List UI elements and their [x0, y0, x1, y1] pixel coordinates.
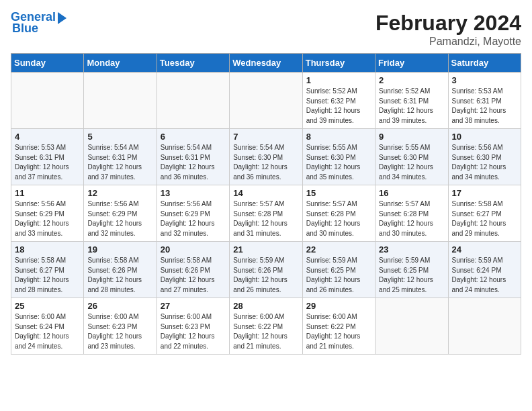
calendar-day-cell: 21Sunrise: 5:59 AM Sunset: 6:26 PM Dayli…: [230, 242, 302, 298]
calendar-week-row: 25Sunrise: 6:00 AM Sunset: 6:24 PM Dayli…: [11, 298, 521, 355]
calendar-header-row: SundayMondayTuesdayWednesdayThursdayFrid…: [11, 54, 521, 73]
calendar-day-cell: 24Sunrise: 5:59 AM Sunset: 6:24 PM Dayli…: [448, 242, 521, 298]
calendar-day-cell: 4Sunrise: 5:53 AM Sunset: 6:31 PM Daylig…: [11, 129, 84, 185]
page-header: General Blue February 2024 Pamandzi, May…: [11, 11, 521, 48]
calendar-week-row: 1Sunrise: 5:52 AM Sunset: 6:32 PM Daylig…: [11, 73, 521, 129]
day-info: Sunrise: 5:59 AM Sunset: 6:26 PM Dayligh…: [233, 256, 298, 295]
calendar-day-header: Saturday: [448, 54, 521, 73]
calendar-day-cell: 20Sunrise: 5:58 AM Sunset: 6:26 PM Dayli…: [157, 242, 229, 298]
day-info: Sunrise: 5:58 AM Sunset: 6:26 PM Dayligh…: [161, 256, 226, 295]
calendar-day-cell: 18Sunrise: 5:58 AM Sunset: 6:27 PM Dayli…: [11, 242, 84, 298]
day-number: 2: [379, 75, 444, 85]
day-info: Sunrise: 5:56 AM Sunset: 6:29 PM Dayligh…: [15, 199, 80, 238]
calendar-day-cell: 15Sunrise: 5:57 AM Sunset: 6:28 PM Dayli…: [302, 185, 375, 242]
day-number: 22: [306, 244, 371, 255]
calendar-day-cell: 7Sunrise: 5:54 AM Sunset: 6:30 PM Daylig…: [230, 129, 302, 185]
day-number: 17: [452, 188, 517, 198]
day-info: Sunrise: 5:58 AM Sunset: 6:27 PM Dayligh…: [452, 199, 517, 238]
calendar-day-cell: 3Sunrise: 5:53 AM Sunset: 6:31 PM Daylig…: [448, 73, 521, 129]
day-number: 12: [87, 188, 152, 198]
page-title: February 2024: [375, 11, 521, 36]
day-number: 3: [452, 75, 517, 85]
page-subtitle: Pamandzi, Mayotte: [375, 36, 521, 48]
day-number: 9: [379, 132, 444, 142]
day-info: Sunrise: 5:53 AM Sunset: 6:31 PM Dayligh…: [15, 143, 80, 182]
calendar-day-header: Tuesday: [157, 54, 229, 73]
day-number: 10: [452, 132, 517, 142]
day-info: Sunrise: 5:53 AM Sunset: 6:31 PM Dayligh…: [452, 87, 517, 126]
calendar-day-header: Thursday: [302, 54, 375, 73]
day-number: 26: [87, 301, 152, 311]
calendar-day-header: Friday: [375, 54, 448, 73]
day-number: 21: [233, 244, 298, 255]
calendar-day-cell: 19Sunrise: 5:58 AM Sunset: 6:26 PM Dayli…: [84, 242, 157, 298]
day-number: 18: [15, 244, 80, 255]
day-number: 28: [233, 301, 298, 311]
day-number: 29: [306, 301, 371, 311]
calendar-day-cell: 12Sunrise: 5:56 AM Sunset: 6:29 PM Dayli…: [84, 185, 157, 242]
day-info: Sunrise: 5:58 AM Sunset: 6:27 PM Dayligh…: [15, 256, 80, 295]
day-info: Sunrise: 5:55 AM Sunset: 6:30 PM Dayligh…: [379, 143, 444, 182]
day-info: Sunrise: 6:00 AM Sunset: 6:23 PM Dayligh…: [161, 312, 226, 351]
day-info: Sunrise: 6:00 AM Sunset: 6:23 PM Dayligh…: [87, 312, 152, 351]
day-number: 6: [161, 132, 226, 142]
logo: General Blue: [11, 11, 66, 36]
calendar-day-cell: 22Sunrise: 5:59 AM Sunset: 6:25 PM Dayli…: [302, 242, 375, 298]
day-number: 4: [15, 132, 80, 142]
day-info: Sunrise: 5:58 AM Sunset: 6:26 PM Dayligh…: [87, 256, 152, 295]
calendar-day-header: Sunday: [11, 54, 84, 73]
day-number: 24: [452, 244, 517, 255]
logo-arrow-icon: [58, 12, 66, 24]
day-info: Sunrise: 5:52 AM Sunset: 6:31 PM Dayligh…: [379, 87, 444, 126]
day-number: 8: [306, 132, 371, 142]
calendar-day-cell: [448, 298, 521, 355]
calendar-day-cell: 2Sunrise: 5:52 AM Sunset: 6:31 PM Daylig…: [375, 73, 448, 129]
calendar-week-row: 11Sunrise: 5:56 AM Sunset: 6:29 PM Dayli…: [11, 185, 521, 242]
calendar-day-cell: [375, 298, 448, 355]
day-info: Sunrise: 5:55 AM Sunset: 6:30 PM Dayligh…: [306, 143, 371, 182]
calendar-week-row: 4Sunrise: 5:53 AM Sunset: 6:31 PM Daylig…: [11, 129, 521, 185]
calendar-day-cell: 1Sunrise: 5:52 AM Sunset: 6:32 PM Daylig…: [302, 73, 375, 129]
day-number: 1: [306, 75, 371, 85]
calendar-day-cell: 6Sunrise: 5:54 AM Sunset: 6:31 PM Daylig…: [157, 129, 229, 185]
calendar-day-cell: 13Sunrise: 5:56 AM Sunset: 6:29 PM Dayli…: [157, 185, 229, 242]
day-number: 14: [233, 188, 298, 198]
day-info: Sunrise: 6:00 AM Sunset: 6:24 PM Dayligh…: [15, 312, 80, 351]
day-info: Sunrise: 5:59 AM Sunset: 6:25 PM Dayligh…: [379, 256, 444, 295]
calendar-day-cell: [157, 73, 229, 129]
day-number: 27: [161, 301, 226, 311]
day-info: Sunrise: 6:00 AM Sunset: 6:22 PM Dayligh…: [306, 312, 371, 351]
day-number: 13: [161, 188, 226, 198]
day-info: Sunrise: 5:59 AM Sunset: 6:25 PM Dayligh…: [306, 256, 371, 295]
calendar-day-cell: 25Sunrise: 6:00 AM Sunset: 6:24 PM Dayli…: [11, 298, 84, 355]
day-info: Sunrise: 5:56 AM Sunset: 6:30 PM Dayligh…: [452, 143, 517, 182]
calendar-day-cell: 5Sunrise: 5:54 AM Sunset: 6:31 PM Daylig…: [84, 129, 157, 185]
day-number: 11: [15, 188, 80, 198]
day-info: Sunrise: 5:56 AM Sunset: 6:29 PM Dayligh…: [161, 199, 226, 238]
calendar-day-cell: 28Sunrise: 6:00 AM Sunset: 6:22 PM Dayli…: [230, 298, 302, 355]
title-block: February 2024 Pamandzi, Mayotte: [375, 11, 521, 48]
day-info: Sunrise: 5:56 AM Sunset: 6:29 PM Dayligh…: [87, 199, 152, 238]
calendar-table: SundayMondayTuesdayWednesdayThursdayFrid…: [11, 53, 521, 355]
day-info: Sunrise: 6:00 AM Sunset: 6:22 PM Dayligh…: [233, 312, 298, 351]
day-number: 7: [233, 132, 298, 142]
day-number: 23: [379, 244, 444, 255]
calendar-day-cell: 16Sunrise: 5:57 AM Sunset: 6:28 PM Dayli…: [375, 185, 448, 242]
day-info: Sunrise: 5:59 AM Sunset: 6:24 PM Dayligh…: [452, 256, 517, 295]
calendar-day-cell: 26Sunrise: 6:00 AM Sunset: 6:23 PM Dayli…: [84, 298, 157, 355]
calendar-day-cell: [230, 73, 302, 129]
day-info: Sunrise: 5:52 AM Sunset: 6:32 PM Dayligh…: [306, 87, 371, 126]
day-number: 20: [161, 244, 226, 255]
calendar-day-header: Monday: [84, 54, 157, 73]
calendar-day-cell: [11, 73, 84, 129]
calendar-day-cell: 14Sunrise: 5:57 AM Sunset: 6:28 PM Dayli…: [230, 185, 302, 242]
calendar-day-cell: 17Sunrise: 5:58 AM Sunset: 6:27 PM Dayli…: [448, 185, 521, 242]
calendar-day-header: Wednesday: [230, 54, 302, 73]
calendar-day-cell: 11Sunrise: 5:56 AM Sunset: 6:29 PM Dayli…: [11, 185, 84, 242]
day-number: 25: [15, 301, 80, 311]
day-info: Sunrise: 5:57 AM Sunset: 6:28 PM Dayligh…: [306, 199, 371, 238]
calendar-day-cell: 8Sunrise: 5:55 AM Sunset: 6:30 PM Daylig…: [302, 129, 375, 185]
day-number: 19: [87, 244, 152, 255]
day-number: 5: [87, 132, 152, 142]
day-info: Sunrise: 5:54 AM Sunset: 6:30 PM Dayligh…: [233, 143, 298, 182]
